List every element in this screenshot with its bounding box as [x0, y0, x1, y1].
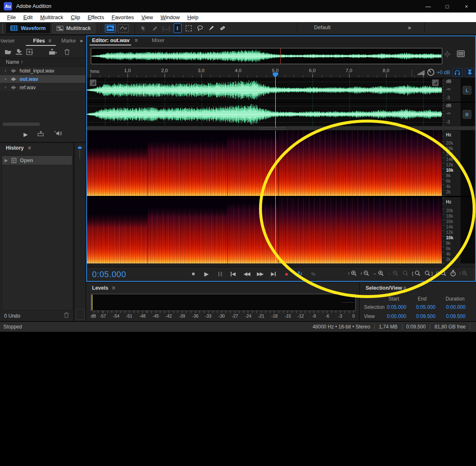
time-display[interactable]: 0:05.000: [92, 270, 126, 279]
clear-history-button[interactable]: [64, 312, 69, 319]
monitor-button[interactable]: [452, 68, 463, 77]
file-row-hotel-input[interactable]: › hotel_input.wav: [0, 67, 85, 75]
files-horizontal-scrollbar[interactable]: [2, 123, 40, 126]
fast-forward-button[interactable]: ▶▶: [256, 271, 264, 277]
preview-play-button[interactable]: ▶: [24, 131, 28, 138]
playhead-line[interactable]: [275, 78, 276, 126]
pin-button[interactable]: [465, 68, 475, 77]
play-button[interactable]: ▶: [203, 271, 210, 277]
show-waveform-button[interactable]: [105, 24, 116, 33]
maximize-button[interactable]: □: [438, 0, 457, 13]
marquee-selection-tool-button[interactable]: [184, 24, 194, 33]
history-panel-menu-icon[interactable]: ≡: [28, 145, 31, 151]
timer-button[interactable]: [450, 270, 456, 277]
zoom-navigate-icon[interactable]: [444, 50, 451, 58]
zoom-navigate-button[interactable]: [402, 270, 409, 277]
spectrogram-left-channel[interactable]: [87, 130, 442, 196]
expand-chevron-icon[interactable]: ›: [0, 68, 11, 73]
show-spectral-button[interactable]: [118, 24, 129, 33]
lasso-selection-tool-button[interactable]: [195, 24, 205, 33]
waveform-overview[interactable]: [91, 48, 442, 64]
menu-edit[interactable]: Edit: [20, 14, 36, 20]
slip-tool-button[interactable]: |↔|: [161, 24, 171, 33]
playhead-line[interactable]: [275, 130, 276, 263]
gain-knob-icon[interactable]: [427, 68, 435, 76]
files-panel-menu-icon[interactable]: ≡: [48, 38, 51, 44]
right-channel-button[interactable]: R: [463, 110, 471, 119]
loop-playback-button[interactable]: [37, 130, 45, 138]
timeline-ruler[interactable]: hms 1,0 2,0 3,0 4,0 5,0 6,0 7,0 8,0 +0 d…: [86, 67, 476, 78]
tab-files[interactable]: Files: [30, 38, 49, 44]
spot-healing-brush-button[interactable]: [217, 24, 227, 33]
zoom-in-point-button[interactable]: {: [412, 270, 421, 277]
tab-markers[interactable]: Marke: [58, 38, 79, 44]
panel-overflow-chevron[interactable]: »: [80, 38, 83, 44]
stop-button[interactable]: ■: [189, 271, 197, 277]
menu-view[interactable]: View: [137, 14, 157, 20]
view-start-value[interactable]: 0:00.000: [387, 313, 406, 319]
minimize-button[interactable]: —: [419, 0, 438, 13]
toolbar-grip[interactable]: [1, 24, 4, 33]
selection-start-value[interactable]: 0:05.000: [387, 304, 406, 310]
file-row-out[interactable]: › out.wav: [0, 75, 85, 83]
import-file-button[interactable]: [14, 48, 23, 55]
delete-file-button[interactable]: [62, 48, 72, 55]
strip-slider-thumb[interactable]: [78, 147, 82, 149]
move-tool-button[interactable]: [139, 24, 149, 33]
skip-to-end-button[interactable]: ▶: [269, 271, 277, 277]
loop-playback-button[interactable]: ↻: [296, 271, 304, 277]
zoom-to-selection-button[interactable]: ⟨⟩: [436, 270, 447, 277]
rewind-button[interactable]: ◀◀: [243, 271, 250, 277]
overview-waveform-canvas[interactable]: [92, 49, 441, 63]
zoom-out-amplitude-button[interactable]: ↕: [360, 270, 370, 277]
expand-chevron-icon[interactable]: ›: [0, 77, 11, 81]
zoom-full-button[interactable]: I: [459, 270, 468, 277]
close-button[interactable]: ×: [457, 0, 476, 13]
waveform-right-channel[interactable]: [87, 103, 442, 126]
waveform-display[interactable]: dB -∞ -3 dB -∞ -3 L R: [86, 78, 476, 126]
menu-clip[interactable]: Clip: [67, 14, 84, 20]
new-content-button[interactable]: ▾: [25, 48, 34, 55]
levels-meter[interactable]: [91, 294, 356, 311]
selection-end-value[interactable]: 0:05.000: [416, 304, 436, 310]
playhead-marker[interactable]: [273, 73, 278, 78]
view-end-value[interactable]: 0:09.500: [416, 313, 436, 319]
view-duration-value[interactable]: 0:09.500: [446, 313, 466, 319]
open-file-button[interactable]: [3, 48, 12, 55]
skip-to-start-button[interactable]: ◀: [229, 271, 237, 277]
insert-into-multitrack-button[interactable]: ▾: [48, 48, 57, 55]
multitrack-mode-button[interactable]: Multitrack: [52, 23, 95, 33]
zoom-out-time-button[interactable]: ↔: [387, 270, 399, 277]
display-splitter[interactable]: [86, 126, 476, 130]
menu-multitrack[interactable]: Multitrack: [36, 14, 67, 20]
editor-panel-menu-icon[interactable]: ≡: [135, 38, 137, 43]
workspace-selector[interactable]: Default: [314, 25, 331, 30]
meter-bars-icon[interactable]: [417, 70, 425, 75]
fade-in-handle[interactable]: [90, 79, 97, 86]
gain-value[interactable]: +0 dB: [437, 70, 450, 75]
skip-selection-button[interactable]: ↹: [309, 271, 317, 277]
menu-help[interactable]: Help: [184, 14, 202, 20]
tab-media-browser[interactable]: rowser: [0, 38, 18, 44]
left-channel-button[interactable]: L: [463, 86, 471, 95]
paintbrush-tool-button[interactable]: [206, 24, 216, 33]
spectral-display[interactable]: Hz 20k 18k 16k 14k 12k 10k 8k 6k 4k 2k H…: [86, 130, 476, 263]
tab-mixer[interactable]: Mixer: [152, 38, 165, 43]
zoom-in-amplitude-button[interactable]: ↕: [348, 270, 357, 277]
file-row-ref[interactable]: › ref.wav: [0, 83, 85, 92]
selection-view-menu-icon[interactable]: ≡: [403, 285, 406, 291]
waveform-left-channel[interactable]: [87, 78, 442, 102]
files-column-header[interactable]: Name ↑: [0, 58, 85, 67]
menu-effects[interactable]: Effects: [84, 14, 108, 20]
tab-editor-out-wav[interactable]: Editor: out.wav: [92, 38, 130, 43]
selection-duration-value[interactable]: 0:00.000: [446, 304, 466, 310]
auto-play-button[interactable]: [54, 130, 62, 138]
levels-panel-menu-icon[interactable]: ≡: [112, 285, 115, 291]
menu-file[interactable]: File: [3, 14, 20, 20]
menu-favorites[interactable]: Favorites: [108, 14, 137, 20]
waveform-mode-button[interactable]: Waveform: [6, 23, 50, 33]
fade-out-handle[interactable]: [432, 79, 439, 86]
time-selection-tool-button[interactable]: I: [172, 24, 182, 33]
zoom-out-point-button[interactable]: }: [424, 270, 433, 277]
workspace-overflow-chevron[interactable]: »: [408, 24, 410, 31]
